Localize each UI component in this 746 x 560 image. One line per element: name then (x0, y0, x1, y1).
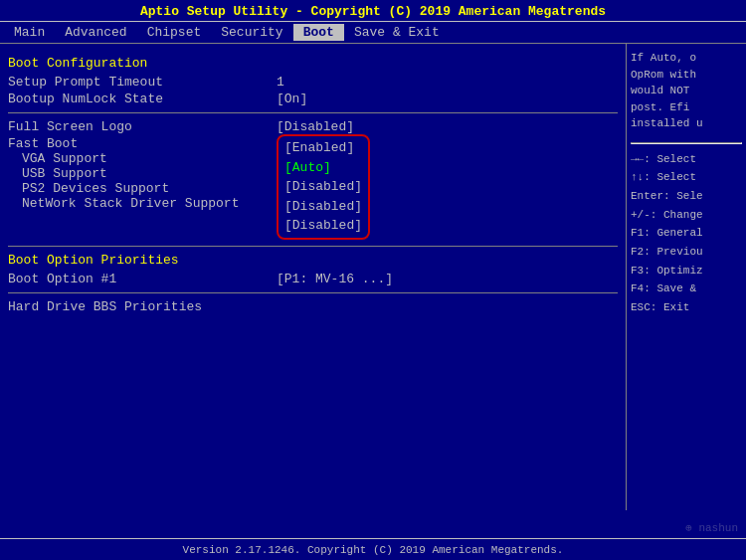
setting-ps2-devices[interactable]: PS2 Devices Support (8, 181, 277, 196)
setting-setup-prompt[interactable]: Setup Prompt Timeout 1 (8, 75, 618, 90)
key-f1: F1: General (631, 224, 742, 243)
value-ps2-devices: [Disabled] (284, 197, 362, 217)
key-plusminus: +/-: Change (631, 206, 742, 225)
key-f3: F3: Optimiz (631, 262, 742, 280)
setting-vga-support[interactable]: VGA Support (8, 151, 277, 166)
label-hard-drive-bbs: Hard Drive BBS Priorities (8, 299, 277, 314)
menu-save-exit[interactable]: Save & Exit (344, 24, 450, 41)
divider-3 (8, 292, 618, 293)
label-vga-support: VGA Support (8, 151, 277, 166)
setting-hard-drive-bbs[interactable]: Hard Drive BBS Priorities (8, 299, 618, 314)
value-usb-support: [Disabled] (284, 177, 362, 197)
label-fast-boot: Fast Boot (8, 136, 277, 151)
setting-boot-option-1[interactable]: Boot Option #1 [P1: MV-16 ...] (8, 272, 618, 286)
divider-1 (8, 112, 618, 113)
key-f2: F2: Previou (631, 243, 742, 262)
setting-fast-boot[interactable]: Fast Boot (8, 136, 277, 151)
help-line-5: installed u (631, 115, 742, 132)
menu-advanced[interactable]: Advanced (55, 24, 136, 41)
key-esc: ESC: Exit (631, 298, 742, 317)
label-fullscreen-logo: Full Screen Logo (8, 119, 277, 134)
watermark: ⊕ nashun (685, 521, 738, 534)
bottom-bar: Version 2.17.1246. Copyright (C) 2019 Am… (0, 538, 746, 560)
help-text: If Auto, o OpRom with would NOT post. Ef… (631, 50, 742, 132)
value-network-stack: [Disabled] (284, 216, 362, 236)
help-panel: If Auto, o OpRom with would NOT post. Ef… (627, 44, 746, 510)
value-fast-boot: [Enabled] (284, 138, 362, 158)
label-network-stack: NetWork Stack Driver Support (8, 196, 277, 211)
main-layout: Boot Configuration Setup Prompt Timeout … (0, 44, 746, 510)
help-line-4: post. Efi (631, 99, 742, 116)
menu-main[interactable]: Main (4, 24, 55, 41)
setting-fullscreen-logo[interactable]: Full Screen Logo [Disabled] (8, 119, 618, 134)
menu-chipset[interactable]: Chipset (137, 24, 212, 41)
help-line-3: would NOT (631, 83, 742, 99)
content-panel: Boot Configuration Setup Prompt Timeout … (0, 44, 627, 510)
value-numlock: [On] (277, 92, 307, 106)
label-boot-option-1: Boot Option #1 (8, 272, 277, 286)
key-f4: F4: Save & (631, 280, 742, 298)
section-boot-config: Boot Configuration (8, 56, 618, 71)
label-setup-prompt: Setup Prompt Timeout (8, 75, 277, 90)
setting-usb-support[interactable]: USB Support (8, 166, 277, 181)
menu-security[interactable]: Security (211, 24, 292, 41)
version-text: Version 2.17.1246. Copyright (C) 2019 Am… (183, 544, 564, 556)
title-bar: Aptio Setup Utility - Copyright (C) 2019… (0, 0, 746, 22)
keys-panel: →←: Select ↑↓: Select Enter: Sele +/-: C… (631, 150, 742, 317)
key-select-lr: →←: Select (631, 150, 742, 169)
label-usb-support: USB Support (8, 166, 277, 181)
setting-network-stack[interactable]: NetWork Stack Driver Support (8, 196, 277, 211)
key-enter: Enter: Sele (631, 187, 742, 206)
help-line-1: If Auto, o (631, 50, 742, 67)
menu-bar: Main Advanced Chipset Security Boot Save… (0, 22, 746, 44)
value-boot-option-1: [P1: MV-16 ...] (277, 272, 393, 286)
section-boot-priorities: Boot Option Priorities (8, 253, 618, 268)
label-numlock: Bootup NumLock State (8, 92, 277, 106)
divider-2 (8, 246, 618, 247)
setting-numlock[interactable]: Bootup NumLock State [On] (8, 92, 618, 106)
value-setup-prompt: 1 (277, 75, 284, 90)
title-text: Aptio Setup Utility - Copyright (C) 2019… (140, 4, 606, 19)
fast-boot-values-group: [Enabled] [Auto] [Disabled] [Disabled] [… (277, 134, 370, 240)
menu-boot[interactable]: Boot (293, 24, 344, 41)
value-vga-support: [Auto] (284, 158, 362, 178)
help-line-2: OpRom with (631, 67, 742, 84)
label-ps2-devices: PS2 Devices Support (8, 181, 277, 196)
value-fullscreen-logo: [Disabled] (277, 119, 354, 134)
key-select-ud: ↑↓: Select (631, 168, 742, 187)
